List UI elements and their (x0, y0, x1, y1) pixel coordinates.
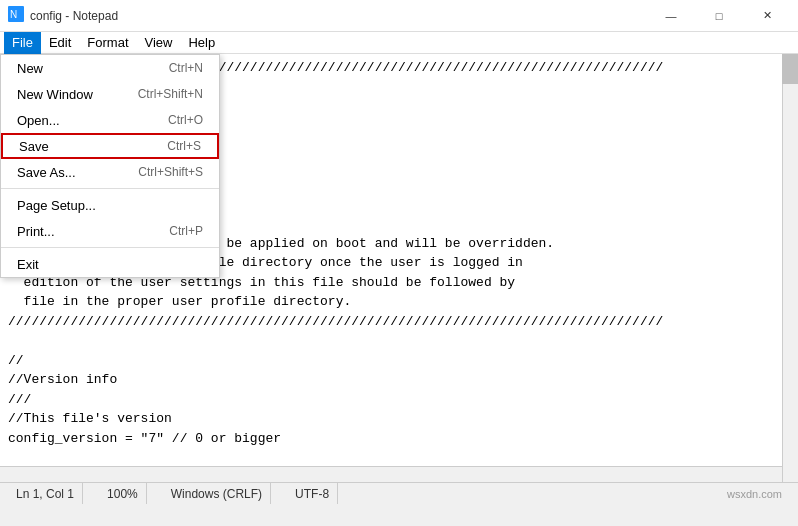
menu-item-print-label: Print... (17, 224, 55, 239)
menu-item-save-as-label: Save As... (17, 165, 76, 180)
menubar: File Edit Format View Help (0, 32, 798, 54)
menu-item-new-window[interactable]: New Window Ctrl+Shift+N (1, 81, 219, 107)
statusbar-encoding: UTF-8 (287, 483, 338, 504)
menu-item-print[interactable]: Print... Ctrl+P (1, 218, 219, 244)
menu-format[interactable]: Format (79, 32, 136, 54)
menu-item-save-label: Save (19, 139, 49, 154)
app-icon: N (8, 6, 24, 25)
statusbar-zoom: 100% (99, 483, 147, 504)
menu-item-open[interactable]: Open... Ctrl+O (1, 107, 219, 133)
menu-item-save[interactable]: Save Ctrl+S (1, 133, 219, 159)
statusbar: Ln 1, Col 1 100% Windows (CRLF) UTF-8 ws… (0, 482, 798, 504)
window-controls: — □ ✕ (648, 0, 790, 32)
maximize-button[interactable]: □ (696, 0, 742, 32)
menu-item-new-window-label: New Window (17, 87, 93, 102)
menu-item-print-shortcut: Ctrl+P (169, 224, 203, 238)
menu-view[interactable]: View (137, 32, 181, 54)
menu-edit[interactable]: Edit (41, 32, 79, 54)
menu-item-page-setup[interactable]: Page Setup... (1, 192, 219, 218)
svg-text:N: N (10, 9, 17, 20)
separator-1 (1, 188, 219, 189)
file-dropdown-menu: New Ctrl+N New Window Ctrl+Shift+N Open.… (0, 54, 220, 278)
menu-item-open-shortcut: Ctrl+O (168, 113, 203, 127)
menu-item-page-setup-label: Page Setup... (17, 198, 96, 213)
separator-2 (1, 247, 219, 248)
scrollbar-horizontal[interactable] (0, 466, 782, 482)
statusbar-position: Ln 1, Col 1 (8, 483, 83, 504)
menu-file[interactable]: File (4, 32, 41, 54)
menu-item-exit-label: Exit (17, 257, 39, 272)
menu-item-new-window-shortcut: Ctrl+Shift+N (138, 87, 203, 101)
titlebar: N config - Notepad — □ ✕ (0, 0, 798, 32)
menu-item-save-as-shortcut: Ctrl+Shift+S (138, 165, 203, 179)
menu-item-new[interactable]: New Ctrl+N (1, 55, 219, 81)
statusbar-line-ending: Windows (CRLF) (163, 483, 271, 504)
menu-help[interactable]: Help (180, 32, 223, 54)
window-title: config - Notepad (30, 9, 648, 23)
menu-item-new-label: New (17, 61, 43, 76)
menu-item-new-shortcut: Ctrl+N (169, 61, 203, 75)
minimize-button[interactable]: — (648, 0, 694, 32)
close-button[interactable]: ✕ (744, 0, 790, 32)
menu-item-exit[interactable]: Exit (1, 251, 219, 277)
menu-item-open-label: Open... (17, 113, 60, 128)
menu-item-save-as[interactable]: Save As... Ctrl+Shift+S (1, 159, 219, 185)
scrollbar-vertical[interactable] (782, 54, 798, 482)
menu-item-save-shortcut: Ctrl+S (167, 139, 201, 153)
statusbar-extra: wsxdn.com (719, 483, 790, 504)
scrollbar-thumb-vertical[interactable] (782, 54, 798, 84)
